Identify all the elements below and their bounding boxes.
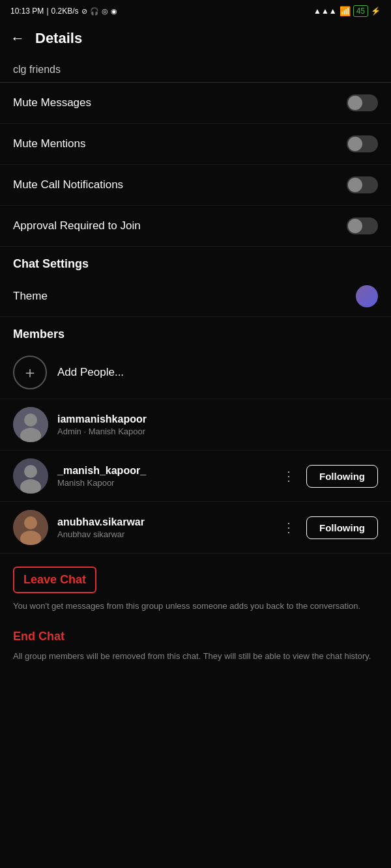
status-right: ▲▲▲ 📶 45 ⚡	[313, 5, 381, 17]
no-signal-icon: ⊘	[81, 7, 87, 16]
chat-settings-header: Chat Settings	[0, 247, 391, 276]
mute-mentions-row: Mute Mentions	[0, 124, 391, 165]
mute-call-toggle[interactable]	[347, 176, 378, 193]
svg-point-1	[24, 413, 37, 427]
settings-section: Mute Messages Mute Mentions Mute Call No…	[0, 83, 391, 247]
header: ← Details	[0, 22, 391, 57]
member-info-2: _manish_kapoor_ Manish Kapoor	[57, 465, 269, 488]
svg-point-4	[24, 465, 37, 478]
approval-toggle[interactable]	[347, 217, 378, 234]
network-speed: |	[46, 7, 48, 16]
battery-icon: 45	[353, 5, 368, 17]
mute-messages-row: Mute Messages	[0, 83, 391, 124]
status-left: 10:13 PM | 0.2KB/s ⊘ 🎧 ◎ ◉	[10, 7, 117, 16]
add-icon: ＋	[13, 356, 47, 389]
chat-settings-label: Chat Settings	[0, 247, 391, 276]
mute-messages-label: Mute Messages	[13, 96, 91, 109]
member-more-icon-3[interactable]: ⋮	[278, 517, 300, 538]
mute-messages-toggle[interactable]	[347, 94, 378, 111]
theme-label: Theme	[13, 290, 48, 303]
add-people-label: Add People...	[57, 366, 124, 379]
mute-call-row: Mute Call Notifications	[0, 165, 391, 206]
time: 10:13 PM	[10, 7, 44, 16]
approval-row: Approval Required to Join	[0, 206, 391, 246]
theme-color-circle[interactable]	[356, 285, 378, 307]
member-subtext-3: Anubhav sikarwar	[57, 529, 269, 539]
following-button-2[interactable]: Following	[306, 465, 378, 488]
end-chat-description: All group members will be removed from t…	[13, 650, 378, 663]
avatar-1	[13, 407, 48, 442]
avatar-2	[13, 458, 48, 494]
member-subtext-2: Manish Kapoor	[57, 478, 269, 488]
headphone-icon: 🎧	[90, 7, 99, 16]
member-username-2: _manish_kapoor_	[57, 465, 269, 477]
mute-mentions-toggle[interactable]	[347, 135, 378, 152]
page-title: Details	[35, 30, 82, 47]
group-name: clg friends	[13, 64, 61, 75]
leave-chat-section: Leave Chat You won't get messages from t…	[0, 553, 391, 619]
data-speed: 0.2KB/s	[51, 7, 79, 16]
messenger-icon: ◎	[102, 7, 108, 16]
member-subtext-1: Admin · Manish Kapoor	[57, 427, 378, 436]
bolt-icon: ⚡	[371, 7, 381, 16]
circle-icon: ◉	[111, 7, 117, 16]
end-chat-button[interactable]: End Chat	[13, 630, 65, 643]
theme-row[interactable]: Theme	[0, 276, 391, 317]
svg-point-7	[24, 516, 37, 529]
member-row-1: iammanishkapoor Admin · Manish Kapoor	[0, 399, 391, 451]
members-header: Members	[0, 317, 391, 346]
member-actions-3: ⋮ Following	[278, 516, 378, 539]
status-bar: 10:13 PM | 0.2KB/s ⊘ 🎧 ◎ ◉ ▲▲▲ 📶 45 ⚡	[0, 0, 391, 22]
end-chat-section: End Chat All group members will be remov…	[0, 619, 391, 676]
leave-chat-description: You won't get messages from this group u…	[13, 600, 378, 613]
add-people-row[interactable]: ＋ Add People...	[0, 346, 391, 399]
members-label: Members	[0, 317, 391, 346]
mute-mentions-label: Mute Mentions	[13, 137, 86, 150]
member-info-1: iammanishkapoor Admin · Manish Kapoor	[57, 413, 378, 436]
member-more-icon-2[interactable]: ⋮	[278, 466, 300, 486]
member-row-2: _manish_kapoor_ Manish Kapoor ⋮ Followin…	[0, 451, 391, 502]
member-username-3: anubhav.sikarwar	[57, 516, 269, 528]
approval-label: Approval Required to Join	[13, 219, 141, 232]
member-row-3: anubhav.sikarwar Anubhav sikarwar ⋮ Foll…	[0, 502, 391, 553]
member-actions-2: ⋮ Following	[278, 465, 378, 488]
wifi-icon: 📶	[340, 6, 351, 16]
member-info-3: anubhav.sikarwar Anubhav sikarwar	[57, 516, 269, 539]
back-button[interactable]: ←	[10, 30, 25, 47]
mute-call-label: Mute Call Notifications	[13, 178, 123, 191]
avatar-3	[13, 510, 48, 545]
signal-icon: ▲▲▲	[313, 7, 337, 16]
leave-chat-button[interactable]: Leave Chat	[13, 567, 96, 593]
group-name-section: clg friends	[0, 57, 391, 83]
following-button-3[interactable]: Following	[306, 516, 378, 539]
member-username-1: iammanishkapoor	[57, 413, 378, 425]
